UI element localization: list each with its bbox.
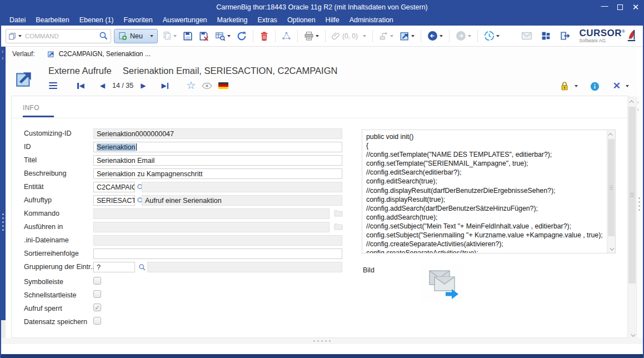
minimize-button[interactable]: — <box>601 2 608 10</box>
history-link[interactable]: C2CAMPAIGN, Serienaktion ... <box>59 50 151 58</box>
sortierreihenfolge-field[interactable] <box>93 248 342 259</box>
maximize-button[interactable] <box>616 3 624 12</box>
right-panel-strip[interactable]: ‹ › <box>637 96 642 338</box>
back-icon <box>427 31 438 41</box>
lock-icon[interactable] <box>560 81 570 91</box>
table-search-dropdown-icon[interactable] <box>227 35 231 37</box>
table-search-button[interactable] <box>213 30 232 42</box>
next-record-button[interactable]: ▶ <box>141 82 146 89</box>
brand-registered: ® <box>622 29 625 34</box>
gruppierung-field[interactable]: ? <box>93 262 135 272</box>
menu-datei[interactable]: Datei <box>4 15 31 25</box>
menu-optionen[interactable]: Optionen <box>282 15 321 25</box>
print-dropdown-icon[interactable] <box>316 35 319 37</box>
record-menu-icon[interactable] <box>49 82 57 90</box>
left-splitter-handle[interactable] <box>2 213 4 231</box>
right-splitter-handle[interactable] <box>638 197 640 211</box>
new-record-button[interactable]: Neu <box>114 29 158 43</box>
window-bottom-border <box>1 354 643 358</box>
menu-marketing[interactable]: Marketing <box>212 15 253 25</box>
back-button[interactable] <box>426 29 445 42</box>
close-record-icon[interactable]: ✕ <box>613 82 621 91</box>
main-toolbar: Neu <box>1 26 643 47</box>
close-button[interactable]: ✕ <box>632 2 640 12</box>
new-window-dropdown-icon[interactable] <box>411 35 415 37</box>
init-script-editor[interactable]: public void init() { //config.setTemplat… <box>362 130 616 253</box>
relations-button[interactable] <box>280 30 293 42</box>
info-icon[interactable] <box>590 82 600 91</box>
forward-button[interactable] <box>454 29 473 42</box>
menu-administration[interactable]: Administration <box>345 15 398 25</box>
command-box[interactable] <box>6 29 111 43</box>
window-copy-icon[interactable] <box>8 32 16 40</box>
menu-bearbeiten[interactable]: Bearbeiten <box>31 15 74 25</box>
expand-left-icon[interactable]: › <box>2 56 3 61</box>
id-field[interactable]: Serienaktion <box>93 142 342 152</box>
code-lines[interactable]: public void init() { //config.setTemplat… <box>366 132 605 253</box>
first-record-button[interactable]: ◀ <box>77 82 84 89</box>
logout-icon[interactable] <box>560 31 570 41</box>
previous-record-button[interactable]: ◀ <box>100 82 105 89</box>
refresh-icon <box>237 31 247 41</box>
history-row: Verlauf: C2CAMPAIGN, Serienaktion ... <box>6 47 637 61</box>
tab-info[interactable]: INFO <box>23 104 54 117</box>
menu-auswertungen[interactable]: Auswertungen <box>158 15 212 25</box>
datensatz-speichern-checkbox[interactable] <box>93 317 101 325</box>
new-record-dropdown-icon[interactable] <box>150 35 153 37</box>
left-panel-strip[interactable]: ‹ › <box>1 47 6 320</box>
titel-field[interactable]: Serienaktion Email <box>93 155 342 166</box>
menu-extras[interactable]: Extras <box>252 15 282 25</box>
collapse-left-icon[interactable]: ‹ <box>2 49 3 54</box>
symbolleiste-checkbox[interactable] <box>93 277 101 285</box>
window-title: CarmenBig thor:18443 Oracle 11g R2 (mit … <box>216 3 428 11</box>
brand-name: CURSOR <box>579 28 622 38</box>
kommando-browse-icon[interactable] <box>334 210 343 217</box>
page-scroll-up[interactable] <box>628 97 636 106</box>
last-record-button[interactable]: ▶ <box>161 82 168 89</box>
close-dropdown-icon[interactable] <box>626 85 629 87</box>
command-dropdown-icon[interactable] <box>18 35 22 37</box>
ausfuehren-in-browse-icon[interactable] <box>334 223 343 230</box>
menu-hilfe[interactable]: Hilfe <box>321 15 345 25</box>
save-button[interactable] <box>181 30 194 42</box>
language-flag-icon[interactable] <box>218 82 228 89</box>
code-scrollbar[interactable] <box>607 130 615 253</box>
print-button[interactable] <box>302 30 321 42</box>
menu-favoriten[interactable]: Favoriten <box>119 15 158 25</box>
mail-icon[interactable] <box>521 32 532 40</box>
attachments-dropdown-icon[interactable] <box>363 35 366 37</box>
entitaet-field[interactable]: C2CAMPAIGN <box>93 182 135 192</box>
delete-button[interactable] <box>258 30 271 42</box>
back-dropdown-icon[interactable] <box>440 35 443 37</box>
history-dropdown-icon[interactable] <box>496 35 500 37</box>
forward-dropdown-icon[interactable] <box>468 35 471 37</box>
open-new-window-button[interactable] <box>398 30 416 42</box>
command-input[interactable] <box>24 32 97 40</box>
search-icon[interactable] <box>99 31 108 41</box>
export-button[interactable] <box>377 30 395 42</box>
expand-right-icon[interactable]: › <box>637 107 639 112</box>
save-cancel-button[interactable] <box>197 30 211 42</box>
code-scroll-down[interactable] <box>607 245 615 253</box>
beschreibung-field[interactable]: Serienaktion zu Kampagnenschritt <box>93 168 342 179</box>
collapse-right-icon[interactable]: ‹ <box>637 100 639 105</box>
refresh-button[interactable] <box>235 30 248 42</box>
menu-ebenen[interactable]: Ebenen (1) <box>74 15 119 25</box>
page-scrollbar[interactable] <box>627 97 637 340</box>
attachments-button[interactable]: (0, 0) <box>330 31 368 42</box>
aufruftyp-field[interactable]: SERIESACTION <box>93 195 135 206</box>
copy-record-button[interactable] <box>161 30 178 42</box>
favorite-star-icon[interactable]: ☆ <box>186 81 196 90</box>
aufruf-sperrt-checkbox[interactable]: ✓ <box>93 304 101 311</box>
code-scroll-up[interactable] <box>607 130 615 138</box>
bottom-splitter-handle[interactable] <box>1 338 643 344</box>
copy-record-dropdown-icon[interactable] <box>173 35 177 37</box>
watch-eye-icon[interactable] <box>202 82 212 90</box>
workspace-grid-icon[interactable] <box>541 31 551 41</box>
export-dropdown-icon[interactable] <box>390 35 393 37</box>
record-navigation: ◀ ◀ 14 / 35 ▶ ▶ ☆ <box>49 81 228 90</box>
lock-dropdown-icon[interactable] <box>575 85 578 87</box>
history-button[interactable] <box>482 29 501 42</box>
schnellstartleiste-checkbox[interactable] <box>93 290 101 298</box>
gruppierung-lookup-icon[interactable] <box>138 263 146 271</box>
